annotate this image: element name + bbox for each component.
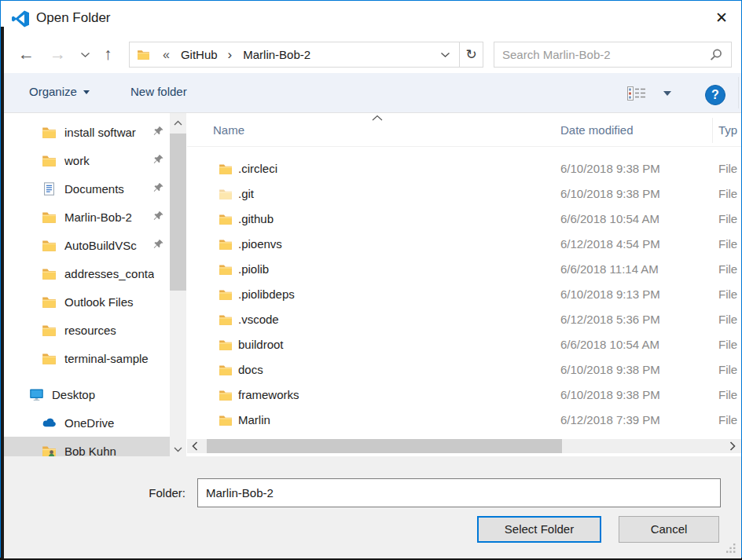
pin-icon [152,154,164,166]
sidebar-item-outlook-files[interactable]: Outlook Files [1,287,170,316]
file-name: frameworks [238,388,299,401]
sidebar-item-label: Documents [64,182,124,196]
horizontal-scrollbar[interactable] [187,439,741,453]
file-date-modified: 6/12/2018 5:36 PM [560,313,660,326]
refresh-button[interactable]: ↻ [459,42,483,68]
sidebar-item-autobuildvsc[interactable]: AutoBuildVSc [1,231,170,259]
file-type: File [718,388,737,401]
file-row--git[interactable]: .git6/10/2018 9:38 PMFile [187,181,741,207]
file-row--github[interactable]: .github6/6/2018 10:54 AMFile [187,207,741,232]
new-folder-button[interactable]: New folder [130,85,187,98]
sidebar-item-label: OneDrive [64,416,114,430]
sidebar-item-bob-kuhn[interactable]: Bob Kuhn [1,437,170,456]
sidebar-item-install-softwar[interactable]: install softwar [1,118,170,146]
sidebar-item-resources[interactable]: resources [1,316,170,344]
sidebar-item-documents[interactable]: Documents [1,174,170,203]
folder-icon [42,153,57,167]
navigation-bar: ← → ↑ « GitHub › Marlin-Bob-2 ↻ Search M… [1,37,741,73]
pin-icon [152,239,164,251]
sidebar-item-label: work [64,154,90,167]
folder-label: Folder: [138,486,186,500]
address-bar[interactable]: « GitHub › Marlin-Bob-2 [129,42,460,68]
sidebar-item-label: terminal-sample [64,352,149,365]
sidebar-item-onedrive[interactable]: OneDrive [1,408,170,437]
file-row--piolib[interactable]: .piolib6/6/2018 11:14 AMFile [187,257,741,282]
sidebar-scrollbar[interactable] [170,113,186,456]
back-icon[interactable]: ← [18,43,35,65]
scroll-right-icon[interactable] [729,441,736,451]
navigation-pane: install softwarworkDocumentsMarlin-Bob-2… [1,113,170,456]
file-name: Marlin [238,413,270,426]
file-row--piolibdeps[interactable]: .piolibdeps6/10/2018 9:13 PMFile [187,282,741,307]
folder-icon [219,287,233,301]
close-icon[interactable]: ✕ [710,6,733,30]
column-header-type[interactable]: Typ [718,123,737,137]
file-type: File [718,262,737,276]
file-row--circleci[interactable]: .circleci6/10/2018 9:38 PMFile [187,156,741,181]
search-box[interactable]: Search Marlin-Bob-2 [494,42,732,68]
forward-icon: → [50,43,66,65]
window-title: Open Folder [36,10,111,26]
search-icon[interactable] [709,48,723,62]
sidebar-item-addresses-conta[interactable]: addresses_conta [1,259,170,287]
command-toolbar: Organize New folder ? [1,73,741,113]
sidebar-item-label: Outlook Files [64,295,134,309]
folder-icon [219,187,233,200]
folder-icon [219,262,233,276]
select-folder-button[interactable]: Select Folder [477,516,601,543]
file-date-modified: 6/10/2018 9:38 PM [560,388,660,401]
resize-grip[interactable] [726,544,736,553]
file-type: File [718,363,737,376]
pin-icon [152,210,164,222]
folder-name-input[interactable] [197,478,721,507]
vscode-logo-icon [11,9,30,28]
scroll-down-icon[interactable] [170,441,186,455]
user-folder-icon [42,444,57,456]
scroll-up-icon[interactable] [170,115,186,128]
scroll-left-icon[interactable] [192,441,198,451]
column-divider[interactable] [712,118,713,143]
folder-icon [219,338,233,351]
sidebar-item-desktop[interactable]: Desktop [1,380,170,408]
help-button[interactable]: ? [705,85,725,105]
folder-icon [219,212,233,225]
sort-ascending-icon [371,115,384,121]
breadcrumb-github[interactable]: GitHub [181,48,218,61]
file-rows: .circleci6/10/2018 9:38 PMFile.git6/10/2… [187,156,741,433]
file-row-marlin[interactable]: Marlin6/12/2018 7:39 PMFile [187,408,741,433]
open-folder-dialog: Open Folder ✕ ← → ↑ « GitHub › Marlin-Bo… [0,0,742,558]
sidebar-item-label: Marlin-Bob-2 [64,210,132,224]
folder-icon [42,266,57,280]
search-placeholder: Search Marlin-Bob-2 [502,48,709,61]
sidebar-item-marlin-bob-2[interactable]: Marlin-Bob-2 [1,203,170,231]
file-row--pioenvs[interactable]: .pioenvs6/12/2018 4:54 PMFile [187,232,741,257]
sidebar-item-terminal-sample[interactable]: terminal-sample [1,344,170,372]
address-dropdown-chevron-icon[interactable] [440,52,450,58]
recent-locations-chevron-icon[interactable] [80,52,90,58]
breadcrumb-overflow-icon[interactable]: « [163,48,170,62]
file-row--vscode[interactable]: .vscode6/12/2018 5:36 PMFile [187,307,741,332]
up-icon[interactable]: ↑ [104,43,112,65]
sidebar-item-label: install softwar [64,126,136,139]
horizontal-scrollbar-thumb[interactable] [207,439,562,453]
sidebar-scrollbar-thumb[interactable] [170,134,186,291]
folder-icon [42,323,57,337]
folder-icon [42,238,57,252]
file-name: docs [238,363,263,376]
file-row-buildroot[interactable]: buildroot6/6/2018 10:54 AMFile [187,332,741,357]
view-dropdown-caret-icon[interactable] [663,91,671,96]
breadcrumb-marlin-bob-2[interactable]: Marlin-Bob-2 [243,48,310,61]
organize-button[interactable]: Organize [29,85,90,98]
file-list-pane: Name Date modified Typ .circleci6/10/201… [187,113,741,456]
file-row-docs[interactable]: docs6/10/2018 9:38 PMFile [187,357,741,382]
cancel-button[interactable]: Cancel [619,516,719,543]
sidebar-item-work[interactable]: work [1,146,170,174]
file-row-frameworks[interactable]: frameworks6/10/2018 9:38 PMFile [187,382,741,408]
column-header-name[interactable]: Name [213,123,244,137]
pin-icon [152,182,164,194]
view-details-icon[interactable] [627,86,646,101]
column-header-date-modified[interactable]: Date modified [560,123,634,137]
file-name: .git [238,187,254,200]
file-name: .github [238,212,274,225]
file-type: File [718,313,737,326]
